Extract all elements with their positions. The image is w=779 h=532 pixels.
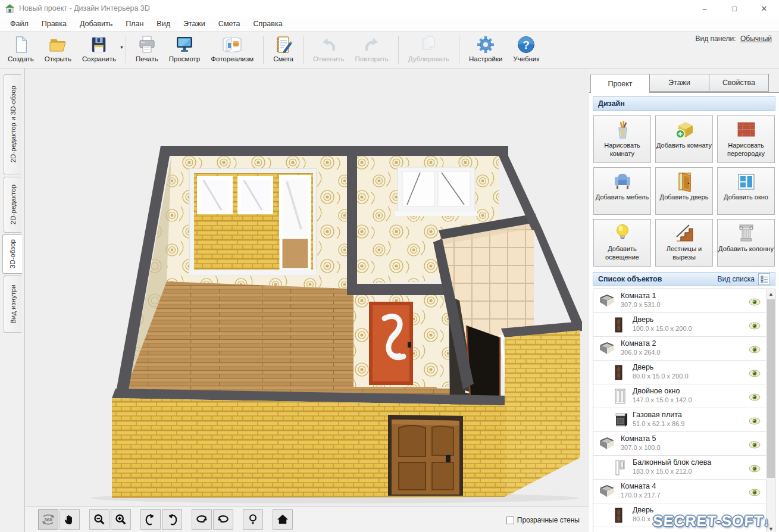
scroll-up-icon[interactable]: ▲: [767, 289, 775, 298]
visibility-eye-icon[interactable]: [749, 298, 761, 308]
menu-view[interactable]: Вид: [150, 18, 177, 30]
door-icon: [615, 508, 622, 525]
orbit-right-button[interactable]: [213, 509, 233, 530]
title-bar: Новый проект - Дизайн Интерьера 3D – □ ✕: [0, 0, 779, 17]
preview-button[interactable]: Просмотр: [164, 32, 206, 68]
list-item-room[interactable]: Комната 1 307.0 x 531.0: [593, 289, 775, 313]
menu-help[interactable]: Справка: [247, 18, 289, 30]
rotate-360-button[interactable]: 360: [38, 509, 58, 530]
menu-edit[interactable]: Правка: [35, 18, 73, 30]
balcony-block-window[interactable]: [189, 168, 317, 276]
save-dropdown-arrow[interactable]: ▼: [120, 45, 124, 49]
list-item-door[interactable]: Дверь 100.0 x 15.0 x 200.0: [593, 313, 775, 337]
new-project-button[interactable]: Создать: [2, 32, 39, 68]
add-door-button[interactable]: Добавить дверь: [655, 167, 713, 215]
save-project-button[interactable]: Сохранить ▼: [77, 32, 121, 68]
add-window-button[interactable]: Добавить окно: [717, 167, 775, 215]
light-button[interactable]: [243, 509, 263, 530]
rotate-down-button[interactable]: [162, 509, 182, 530]
list-view-button[interactable]: [758, 273, 770, 285]
home-view-button[interactable]: [273, 509, 293, 530]
stairs-cutouts-button[interactable]: Лестницы и вырезы: [655, 219, 713, 267]
list-item-window[interactable]: Двойное окно 147.0 x 15.0 x 142.0: [593, 384, 775, 408]
tab-interior-view[interactable]: Вид изнутри: [4, 276, 21, 333]
transparent-walls-checkbox[interactable]: [506, 517, 514, 524]
panel-view-value-link[interactable]: Обычный: [740, 35, 772, 43]
maximize-button[interactable]: □: [719, 0, 749, 17]
tab-properties[interactable]: Свойства: [709, 74, 769, 92]
menu-floors[interactable]: Этажи: [177, 18, 212, 30]
list-scrollbar[interactable]: ▲ ▼: [766, 289, 775, 532]
tab-3d-view[interactable]: 3D-обзор: [2, 234, 22, 274]
tab-floors[interactable]: Этажи: [650, 74, 709, 92]
list-item-balcony-block[interactable]: Балконный блок слева 183.0 x 15.0 x 212.…: [593, 456, 775, 480]
zoom-in-button[interactable]: [111, 509, 131, 530]
toolbar-separator: [398, 36, 399, 64]
draw-room-button[interactable]: Нарисовать комнату: [593, 115, 651, 163]
tab-2d-editor[interactable]: 2D-редактор: [4, 177, 21, 233]
menu-file[interactable]: Файл: [4, 18, 35, 30]
undo-button[interactable]: Отменить: [308, 32, 350, 68]
room-icon: [599, 484, 615, 500]
minimize-button[interactable]: –: [690, 0, 719, 17]
door-icon: [615, 317, 622, 335]
redo-icon: [362, 35, 381, 55]
print-button[interactable]: Печать: [130, 32, 164, 68]
design-section-header: Дизайн: [593, 96, 775, 111]
open-door-icon: [674, 171, 695, 192]
list-item-room[interactable]: Комната 4 170.0 x 217.7: [593, 480, 775, 503]
menu-add[interactable]: Добавить: [73, 18, 119, 30]
interior-door-orange[interactable]: [369, 302, 413, 385]
add-furniture-button[interactable]: Добавить мебель: [593, 167, 651, 215]
visibility-eye-icon[interactable]: [749, 345, 761, 356]
visibility-eye-icon[interactable]: [749, 488, 761, 499]
menu-plan[interactable]: План: [119, 18, 150, 30]
scrollbar-thumb[interactable]: [767, 299, 775, 478]
add-column-button[interactable]: Добавить колонну: [717, 219, 775, 267]
zoom-out-button[interactable]: [89, 509, 110, 530]
help-icon: ?: [517, 35, 536, 55]
visibility-eye-icon[interactable]: [749, 464, 761, 475]
svg-text:?: ?: [523, 39, 530, 51]
double-window[interactable]: [395, 167, 477, 216]
visibility-eye-icon[interactable]: [749, 369, 761, 380]
open-project-button[interactable]: Открыть: [39, 32, 77, 68]
settings-button[interactable]: Настройки: [464, 32, 508, 68]
add-room-button[interactable]: Добавить комнату: [655, 115, 713, 163]
photorealism-button[interactable]: Фотореализм: [205, 32, 259, 68]
photorealism-icon: [222, 35, 242, 55]
right-brick-wall: [505, 330, 580, 497]
svg-text:360: 360: [44, 517, 52, 522]
scene-3d-render: [25, 68, 589, 506]
visibility-eye-icon[interactable]: [749, 393, 761, 403]
tab-project[interactable]: Проект: [590, 74, 650, 93]
list-view-label: Вид списка: [718, 275, 755, 283]
list-item-stove[interactable]: Газовая плита 51.0 x 62.1 x 86.9: [593, 408, 775, 432]
duplicate-button[interactable]: Дублировать: [403, 32, 455, 68]
viewport-3d[interactable]: 360: [25, 68, 589, 532]
tab-2d-editor-and-3d-view[interactable]: 2D-редактор и 3D-обзор: [4, 74, 21, 174]
redo-button[interactable]: Повторить: [350, 32, 394, 68]
tutorial-button[interactable]: ? Учебник: [508, 32, 545, 68]
orbit-left-button[interactable]: [192, 509, 212, 530]
draw-partition-button[interactable]: Нарисовать перегородку: [717, 115, 775, 163]
close-button[interactable]: ✕: [749, 0, 779, 17]
pan-hand-button[interactable]: [60, 509, 80, 530]
objects-list: Комната 1 307.0 x 531.0 Дверь 100.0 x 15…: [593, 289, 775, 532]
undo-icon: [319, 35, 338, 55]
estimate-notepad-icon: [274, 35, 293, 55]
add-lighting-button[interactable]: Добавить освещение: [593, 219, 651, 267]
front-entrance-door[interactable]: [388, 415, 463, 496]
panel-view-label: Вид панели:: [695, 35, 736, 43]
list-item-room[interactable]: Комната 5 307.0 x 100.0: [593, 432, 775, 456]
visibility-eye-icon[interactable]: [749, 440, 761, 451]
visibility-eye-icon[interactable]: [749, 417, 761, 427]
door-icon: [615, 365, 622, 383]
visibility-eye-icon[interactable]: [749, 321, 761, 332]
list-item-door[interactable]: Дверь 80.0 x 15.0 x 200.0: [593, 361, 775, 384]
estimate-button[interactable]: Смета: [268, 32, 299, 68]
list-item-room[interactable]: Комната 2 306.0 x 264.0: [593, 337, 775, 361]
right-panel: Проект Этажи Свойства Дизайн Нарисовать …: [589, 68, 779, 532]
rotate-up-button[interactable]: [140, 509, 161, 530]
menu-estimate[interactable]: Смета: [212, 18, 247, 30]
